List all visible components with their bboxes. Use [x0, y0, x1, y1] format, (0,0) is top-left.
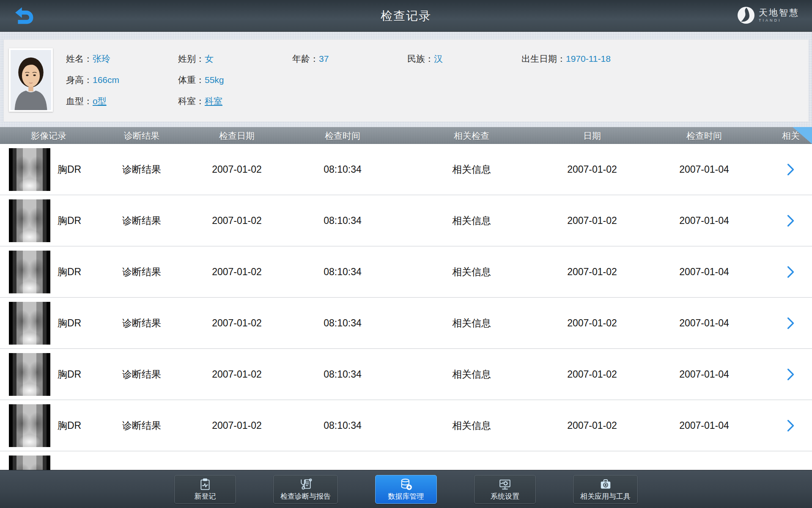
column-header-6: 检查时间	[639, 127, 770, 144]
field-label-age: 年龄：	[292, 54, 319, 64]
top-header: 检查记录 天地智慧 TIANDI	[0, 0, 812, 32]
date-cell: 2007-01-02	[546, 400, 639, 451]
image-record-cell: 胸DR	[0, 298, 97, 348]
date-cell: 2007-01-02	[546, 144, 639, 195]
table-row[interactable]: 胸DR诊断结果2007-01-0208:10:34相关信息2007-01-022…	[0, 144, 812, 195]
bottom-toolbar: 新登记检查诊断与报告数据库管理系统设置相关应用与工具	[0, 470, 812, 508]
table-row[interactable]: 胸DR诊断结果2007-01-0208:10:34相关信息2007-01-022…	[0, 298, 812, 349]
related-cell: 相关信息	[398, 246, 546, 297]
brand-logo-icon	[737, 6, 755, 24]
toolbar-button-2[interactable]: 数据库管理	[375, 475, 437, 504]
patient-field-age: 年龄：37	[292, 53, 407, 65]
row-detail-cell[interactable]	[770, 144, 812, 195]
exam-date-cell: 2007-01-02	[186, 195, 288, 246]
toolbar-button-label: 新登记	[195, 491, 216, 501]
column-header-4: 相关检查	[398, 127, 546, 144]
row-detail-cell[interactable]	[770, 246, 812, 297]
patient-field-blood-type: 血型：o型	[66, 95, 178, 107]
chevron-right-icon[interactable]	[787, 266, 795, 278]
table-row[interactable]: 胸DR诊断结果2007-01-0208:10:34相关信息2007-01-022…	[0, 349, 812, 400]
xray-thumbnail[interactable]	[9, 199, 50, 242]
image-record-cell: 胸DR	[0, 246, 97, 297]
diagnosis-cell: 诊断结果	[97, 246, 186, 297]
database-plus-icon	[400, 478, 412, 491]
xray-thumbnail[interactable]	[9, 353, 50, 396]
related-time-cell: 2007-01-04	[639, 298, 770, 348]
chevron-right-icon[interactable]	[787, 163, 795, 176]
table-row[interactable]: 胸DR诊断结果2007-01-0208:10:34相关信息2007-01-022…	[0, 451, 812, 470]
exam-time-cell: 08:10:34	[288, 451, 398, 470]
related-cell: 相关信息	[398, 195, 546, 246]
field-value-age: 37	[319, 54, 329, 64]
exam-time-cell: 08:10:34	[288, 400, 398, 451]
xray-thumbnail[interactable]	[9, 404, 50, 447]
field-value-weight: 55kg	[205, 75, 224, 85]
image-record-cell: 胸DR	[0, 400, 97, 451]
column-header-5: 日期	[546, 127, 639, 144]
image-record-cell: 胸DR	[0, 349, 97, 400]
diagnosis-cell: 诊断结果	[97, 349, 186, 400]
related-time-cell: 2007-01-04	[639, 246, 770, 297]
exam-time-cell: 08:10:34	[288, 298, 398, 348]
patient-photo-image	[11, 50, 51, 110]
chevron-right-icon[interactable]	[787, 317, 795, 329]
field-label-weight: 体重：	[178, 75, 205, 85]
patient-field-height: 身高：166cm	[66, 74, 178, 86]
diagnosis-cell: 诊断结果	[97, 195, 186, 246]
xray-thumbnail[interactable]	[9, 251, 50, 293]
table-row[interactable]: 胸DR诊断结果2007-01-0208:10:34相关信息2007-01-022…	[0, 400, 812, 451]
field-label-height: 身高：	[66, 75, 93, 85]
field-value-birth-date: 1970-11-18	[566, 54, 611, 64]
row-detail-cell[interactable]	[770, 451, 812, 470]
xray-thumbnail[interactable]	[9, 148, 50, 191]
toolbar-button-3[interactable]: 系统设置	[474, 475, 536, 504]
related-cell: 相关信息	[398, 349, 546, 400]
toolbar-button-0[interactable]: 新登记	[174, 475, 236, 504]
brand-logo: 天地智慧 TIANDI	[737, 6, 799, 24]
date-cell: 2007-01-02	[546, 195, 639, 246]
exam-date-cell: 2007-01-02	[186, 451, 288, 470]
toolbar-button-label: 数据库管理	[388, 491, 424, 501]
toolbar-button-4[interactable]: 相关应用与工具	[573, 475, 638, 504]
field-value-ethnicity: 汉	[434, 54, 443, 64]
chevron-right-icon[interactable]	[787, 368, 795, 381]
row-detail-cell[interactable]	[770, 400, 812, 451]
column-header-0: 影像记录	[0, 127, 97, 144]
chevron-right-icon[interactable]	[787, 420, 795, 432]
related-cell: 相关信息	[398, 298, 546, 348]
table-body: 胸DR诊断结果2007-01-0208:10:34相关信息2007-01-022…	[0, 144, 812, 470]
field-value-height: 166cm	[93, 75, 119, 85]
table-row[interactable]: 胸DR诊断结果2007-01-0208:10:34相关信息2007-01-022…	[0, 195, 812, 246]
exam-date-cell: 2007-01-02	[186, 298, 288, 348]
diagnosis-cell: 诊断结果	[97, 298, 186, 348]
related-time-cell: 2007-01-04	[639, 451, 770, 470]
toolbar-button-1[interactable]: 检查诊断与报告	[273, 475, 338, 504]
exam-type-label: 胸DR	[58, 265, 81, 279]
date-cell: 2007-01-02	[546, 246, 639, 297]
row-detail-cell[interactable]	[770, 349, 812, 400]
patient-field-birth-date: 出生日期：1970-11-18	[521, 53, 804, 65]
row-detail-cell[interactable]	[770, 298, 812, 348]
exam-type-label: 胸DR	[58, 163, 81, 176]
exam-date-cell: 2007-01-02	[186, 144, 288, 195]
row-detail-cell[interactable]	[770, 195, 812, 246]
field-label-name: 姓名：	[66, 54, 93, 64]
table-row[interactable]: 胸DR诊断结果2007-01-0208:10:34相关信息2007-01-022…	[0, 246, 812, 298]
field-value-blood-type[interactable]: o型	[93, 96, 107, 106]
related-cell: 相关信息	[398, 451, 546, 470]
field-value-department[interactable]: 科室	[205, 96, 222, 106]
patient-field-name: 姓名：张玲	[66, 53, 178, 65]
field-label-gender: 姓别：	[178, 54, 205, 64]
patient-field-weight: 体重：55kg	[178, 74, 292, 86]
medical-case-icon	[599, 478, 612, 491]
chevron-right-icon[interactable]	[787, 215, 795, 227]
date-cell: 2007-01-02	[546, 349, 639, 400]
xray-thumbnail[interactable]	[9, 302, 50, 345]
patient-photo	[9, 48, 53, 112]
corner-fold-decoration	[793, 127, 812, 144]
diagnosis-cell: 诊断结果	[97, 451, 186, 470]
xray-thumbnail[interactable]	[9, 456, 50, 470]
exam-date-cell: 2007-01-02	[186, 349, 288, 400]
exam-time-cell: 08:10:34	[288, 195, 398, 246]
related-time-cell: 2007-01-04	[639, 400, 770, 451]
